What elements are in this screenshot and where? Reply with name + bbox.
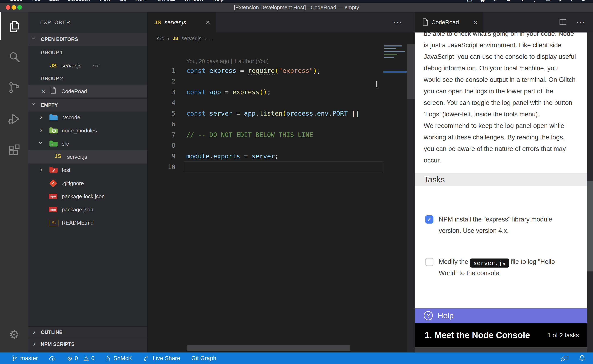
source-control-icon[interactable] <box>0 81 28 95</box>
feedback-item[interactable] <box>560 355 569 362</box>
line-number: 8 <box>147 142 175 149</box>
menu-item[interactable]: Go <box>120 0 127 2</box>
more-actions-icon[interactable]: ⋯ <box>393 19 402 26</box>
tab-coderoad[interactable]: CodeRoad ✕ <box>415 12 483 32</box>
tree-item-src[interactable]: › ‹/› src <box>28 137 147 150</box>
sync-changes-item[interactable] <box>49 355 56 361</box>
live-share-user-item[interactable]: ShMcK <box>106 355 132 362</box>
tree-item-package-json[interactable]: npm package.json <box>28 203 147 216</box>
breadcrumb: src › JS server.js › ... <box>157 32 214 45</box>
tab-server-js[interactable]: JS server.js ✕ <box>147 12 216 32</box>
tree-item-node-modules[interactable]: › node_modules <box>28 124 147 137</box>
current-line-highlight <box>184 162 383 172</box>
menu-status-icon[interactable]: ≡ <box>582 0 585 3</box>
breadcrumb-src[interactable]: src <box>157 35 164 42</box>
menu-item[interactable]: Run <box>135 0 146 2</box>
npm-icon: npm <box>49 206 58 214</box>
line-number: 4 <box>147 99 175 106</box>
paragraph-line: ‘Logs’ (lower-left, inside the tools men… <box>424 108 580 120</box>
paragraph-line: you can open the logs in the lower part … <box>424 85 580 97</box>
code-line-5[interactable]: 5const server = app.listen(process.env.P… <box>147 108 383 119</box>
inline-code-chip: server.js <box>470 259 509 267</box>
lesson-footer[interactable]: 1. Meet the Node Console 1 of 2 tasks <box>415 323 587 347</box>
task-checkbox-checked[interactable]: ✓ <box>425 215 433 224</box>
scrollbar-thumb[interactable] <box>407 45 415 99</box>
errors-icon: ⊗ <box>67 355 72 362</box>
close-icon[interactable]: ✕ <box>41 88 46 95</box>
gitlens-blame-annotation: You, 20 days ago | 1 author (You) <box>186 58 269 65</box>
code-line-9[interactable]: 9module.exports = server; <box>147 151 383 162</box>
tree-item-gitignore[interactable]: .gitignore <box>28 177 147 190</box>
task-checkbox-unchecked[interactable] <box>425 258 433 266</box>
git-branch-item[interactable]: master <box>12 355 38 362</box>
code-line-10[interactable]: 10 <box>147 162 383 172</box>
settings-gear-icon[interactable]: ⚙ <box>0 329 28 340</box>
code-editor[interactable]: 1const express = require("express");23co… <box>147 65 383 172</box>
extensions-icon[interactable] <box>0 143 28 158</box>
bell-icon <box>578 354 586 362</box>
close-tab-icon[interactable]: ✕ <box>206 19 210 26</box>
panel-scrollbar[interactable] <box>587 32 593 352</box>
line-number: 10 <box>147 163 175 170</box>
breadcrumb-symbol[interactable]: ... <box>210 35 214 42</box>
close-tab-icon[interactable]: ✕ <box>473 19 478 26</box>
problems-item[interactable]: ⊗ 0 ⚠ 0 <box>67 355 94 362</box>
notifications-item[interactable] <box>578 354 586 362</box>
code-line-4[interactable]: 4 <box>147 97 383 108</box>
js-file-icon: JS <box>173 36 178 41</box>
open-editor-coderoad[interactable]: ✕ CodeRoad <box>28 85 147 98</box>
menu-status-icon[interactable]: ▭ <box>546 0 551 3</box>
outline-section-header[interactable]: › OUTLINE <box>28 326 147 338</box>
code-line-2[interactable]: 2 <box>147 76 383 87</box>
explorer-icon[interactable] <box>0 20 28 34</box>
help-bar[interactable]: ? Help <box>415 308 587 323</box>
menu-item[interactable]: Code <box>9 0 23 2</box>
breadcrumb-server-js[interactable]: server.js <box>182 35 202 42</box>
menu-item[interactable]: Edit <box>49 0 59 2</box>
code-line-1[interactable]: 1const express = require("express"); <box>147 65 383 76</box>
menu-item[interactable]: Selection <box>67 0 90 2</box>
tree-item-server-js[interactable]: JS server.js <box>28 150 147 163</box>
vertical-scrollbar[interactable] <box>407 45 415 352</box>
file-tree: › .vscode › node_modules › ‹/› src JS se… <box>28 111 147 229</box>
npm-scripts-section-header[interactable]: › NPM SCRIPTS <box>28 338 147 351</box>
git-graph-item[interactable]: Git Graph <box>191 355 216 362</box>
more-actions-icon[interactable]: ⋯ <box>576 19 586 26</box>
menu-status-icon[interactable]: ✎ <box>519 0 524 3</box>
search-icon[interactable] <box>0 50 28 64</box>
code-line-6[interactable]: 6 <box>147 119 383 129</box>
tree-item-readme[interactable]: M↓ README.md <box>28 216 147 229</box>
run-debug-icon[interactable] <box>0 112 28 126</box>
menu-item[interactable]: File <box>32 0 40 2</box>
open-editor-server-js[interactable]: JS server.js src <box>28 59 147 72</box>
menu-status-icon[interactable]: ⋮ <box>532 0 537 3</box>
chevron-down-icon: › <box>37 142 45 144</box>
menu-status-icon[interactable]: ⌕ <box>559 0 562 3</box>
code-line-7[interactable]: 7// -- DO NOT EDIT BELOW THIS LINE <box>147 129 383 140</box>
menu-status-icon[interactable]: ◐ <box>570 0 573 3</box>
tree-item-vscode[interactable]: › .vscode <box>28 111 147 124</box>
menu-status-icon[interactable]: ➤ <box>493 0 498 3</box>
menu-item[interactable]: Window <box>184 0 204 2</box>
minimap[interactable] <box>383 45 407 78</box>
menu-item[interactable]: View <box>99 0 111 2</box>
code-line-3[interactable]: 3const app = express(); <box>147 87 383 97</box>
status-bar: master ⊗ 0 ⚠ 0 ShMcK Live Share <box>0 352 593 364</box>
menu-item[interactable]: Help <box>212 0 224 2</box>
menu-item[interactable]: Terminal <box>154 0 175 2</box>
menu-status-icon[interactable]: ▲ <box>506 0 511 3</box>
workspace-folder-header[interactable]: › EMPTY <box>28 99 147 111</box>
menu-status-icon[interactable]: ▢ <box>467 0 472 3</box>
live-share-item[interactable]: Live Share <box>143 355 180 362</box>
window-title: [Extension Development Host] - CodeRoad … <box>0 3 593 12</box>
menu-status-icon[interactable]: ◉ <box>480 0 485 3</box>
window-title-bar[interactable]: [Extension Development Host] - CodeRoad … <box>0 3 593 12</box>
scrollbar-thumb[interactable] <box>587 181 593 272</box>
tree-item-package-lock[interactable]: npm package-lock.json <box>28 190 147 203</box>
split-editor-icon[interactable] <box>559 18 567 27</box>
horizontal-scrollbar-thumb[interactable] <box>187 345 350 351</box>
code-line-8[interactable]: 8 <box>147 140 383 151</box>
open-editors-header[interactable]: › OPEN EDITORS <box>28 33 147 46</box>
tree-item-test[interactable]: › test <box>28 163 147 177</box>
chevron-right-icon: › <box>40 165 42 173</box>
